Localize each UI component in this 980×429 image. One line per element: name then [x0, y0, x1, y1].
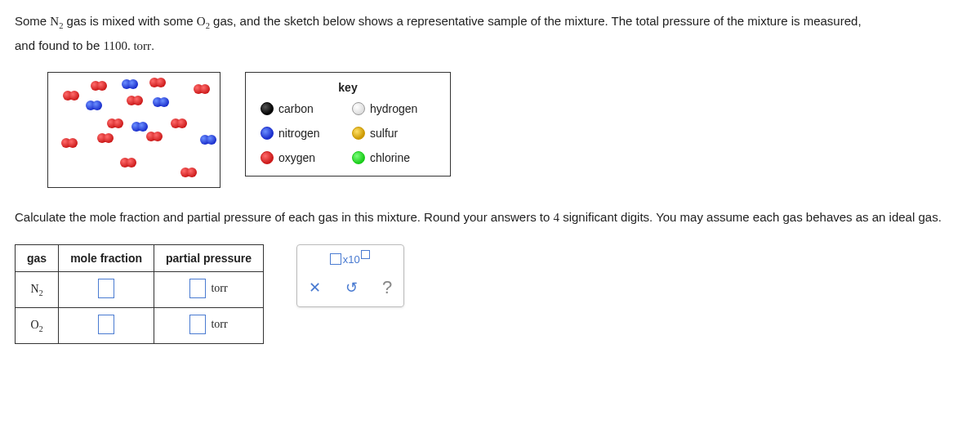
gas-o2: O2: [16, 307, 59, 343]
legend-key: key carbon hydrogen nitrogen sulfur oxyg…: [245, 72, 451, 177]
molecule-sketch: [47, 72, 220, 188]
unit-label: torr: [211, 318, 227, 331]
o2-partial-pressure-input[interactable]: [189, 315, 206, 334]
hydrogen-icon: [352, 102, 365, 115]
key-label: hydrogen: [370, 102, 435, 115]
col-gas: gas: [16, 244, 59, 271]
answer-table: gas mole fraction partial pressure N2 to…: [15, 244, 264, 344]
key-label: nitrogen: [278, 127, 352, 140]
t: gas, and the sketch below shows a repres…: [210, 14, 862, 28]
help-button[interactable]: ?: [382, 277, 392, 298]
t: gas is mixed with some: [63, 14, 196, 28]
key-label: carbon: [278, 102, 352, 115]
clear-button[interactable]: ✕: [309, 279, 321, 297]
nitrogen-icon: [261, 127, 274, 140]
pressure-value: 1100. torr: [103, 39, 151, 52]
chlorine-icon: [352, 151, 365, 164]
reset-button[interactable]: ↺: [345, 279, 358, 297]
table-row: N2 torr: [16, 271, 264, 307]
gas-n2: N2: [16, 271, 59, 307]
col-partial-pressure: partial pressure: [154, 244, 264, 271]
t: .: [151, 38, 154, 52]
table-row: O2 torr: [16, 307, 264, 343]
scientific-notation-button[interactable]: x10: [330, 253, 372, 266]
key-label: chlorine: [370, 151, 435, 164]
t: and found to be: [15, 38, 103, 52]
formula-n2: N2: [50, 15, 63, 28]
key-label: sulfur: [370, 127, 435, 140]
sulfur-icon: [352, 127, 365, 140]
formula-o2: O2: [197, 15, 210, 28]
key-label: oxygen: [278, 151, 352, 164]
unit-label: torr: [211, 282, 227, 295]
carbon-icon: [261, 102, 274, 115]
col-mole-fraction: mole fraction: [59, 244, 154, 271]
t: Some: [15, 14, 50, 28]
n2-mole-fraction-input[interactable]: [98, 279, 114, 298]
instruction-text: Calculate the mole fraction and partial …: [15, 206, 965, 230]
n2-partial-pressure-input[interactable]: [189, 279, 206, 298]
toolbox: x10 ✕ ↺ ?: [296, 244, 404, 307]
o2-mole-fraction-input[interactable]: [98, 315, 114, 334]
key-title: key: [261, 81, 435, 94]
oxygen-icon: [261, 151, 274, 164]
question-prompt: Some N2 gas is mixed with some O2 gas, a…: [15, 10, 965, 57]
